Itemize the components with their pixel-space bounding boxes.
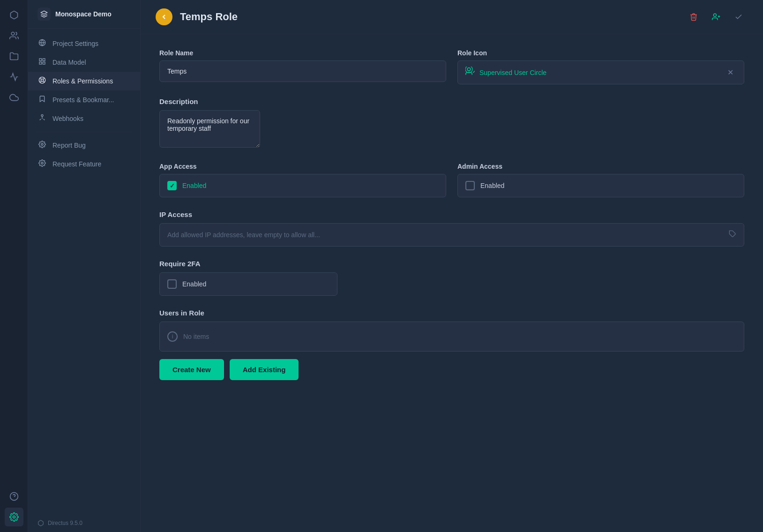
svg-point-21 (713, 14, 716, 16)
require-2fa-text: Enabled (182, 280, 206, 288)
sidebar-label-project-settings: Project Settings (52, 40, 98, 47)
form-row-access: App Access Enabled Admin Access Enabled (159, 163, 744, 197)
svg-line-14 (43, 81, 45, 82)
admin-access-group: Admin Access Enabled (457, 163, 744, 197)
description-label: Description (159, 97, 744, 105)
sidebar-item-data-model[interactable]: Data Model (28, 53, 140, 72)
rail-cube-icon[interactable] (5, 6, 23, 24)
action-buttons: Create New Add Existing (159, 359, 744, 380)
role-icon-clear-button[interactable]: ✕ (725, 67, 736, 78)
sidebar-label-roles-permissions: Roles & Permissions (52, 77, 113, 85)
sidebar-app-name: Monospace Demo (55, 10, 112, 18)
app-access-group: App Access Enabled (159, 163, 446, 197)
page-header: Temps Role (141, 0, 763, 34)
add-user-button[interactable] (707, 7, 726, 26)
require-2fa-field[interactable]: Enabled (159, 272, 337, 296)
create-new-button[interactable]: Create New (159, 359, 224, 380)
svg-rect-7 (39, 59, 42, 61)
sidebar-version: Directus 9.5.0 (37, 520, 131, 526)
require-2fa-section: Require 2FA Enabled (159, 260, 744, 296)
app-access-text: Enabled (182, 182, 206, 189)
ip-access-input[interactable] (167, 231, 724, 239)
svg-point-3 (13, 516, 15, 518)
ip-tag-icon (729, 230, 736, 240)
description-section: Description Readonly permission for our … (159, 97, 744, 150)
info-icon: i (167, 331, 178, 342)
sidebar-item-presets[interactable]: Presets & Bookmar... (28, 90, 140, 109)
data-model-icon (37, 58, 47, 67)
sidebar-label-webhooks: Webhooks (52, 115, 83, 122)
presets-icon (37, 95, 47, 105)
role-icon-label: Role Icon (457, 49, 744, 57)
role-name-input[interactable] (159, 60, 446, 82)
sidebar-footer: Directus 9.5.0 (28, 514, 140, 532)
sidebar-label-request-feature: Request Feature (52, 160, 101, 168)
svg-point-24 (467, 68, 471, 71)
users-in-role-section: Users in Role i No items Create New Add … (159, 309, 744, 380)
rail-analytics-icon[interactable] (5, 67, 23, 86)
page-title: Temps Role (180, 11, 677, 23)
version-text: Directus 9.5.0 (48, 520, 82, 526)
app-access-checkbox[interactable] (167, 181, 177, 190)
app-access-label: App Access (159, 163, 446, 170)
description-input[interactable]: Readonly permission for our temporary st… (159, 110, 260, 148)
sidebar-logo (37, 7, 51, 21)
back-button[interactable] (156, 8, 172, 25)
svg-point-17 (41, 114, 43, 116)
role-name-label: Role Name (159, 49, 446, 57)
sidebar-nav: Project Settings Data Model Roles & Perm… (28, 29, 140, 514)
sidebar-label-report-bug: Report Bug (52, 142, 86, 149)
admin-access-checkbox[interactable] (465, 181, 475, 190)
svg-rect-10 (39, 62, 42, 64)
users-empty-state: i No items (159, 322, 744, 352)
admin-access-text: Enabled (480, 182, 504, 189)
rail-folder-icon[interactable] (5, 47, 23, 66)
svg-line-16 (40, 81, 41, 82)
sidebar-item-webhooks[interactable]: Webhooks (28, 109, 140, 128)
svg-line-15 (43, 78, 45, 79)
icon-rail (0, 0, 28, 532)
sidebar-label-data-model: Data Model (52, 59, 86, 66)
delete-button[interactable] (684, 7, 703, 26)
rail-help-icon[interactable] (5, 487, 23, 506)
role-icon-field[interactable]: Supervised User Circle ✕ (457, 60, 744, 84)
add-existing-button[interactable]: Add Existing (230, 359, 299, 380)
admin-access-label: Admin Access (457, 163, 744, 170)
report-bug-icon (37, 141, 47, 150)
svg-point-19 (41, 143, 43, 145)
ip-access-field (159, 223, 744, 247)
users-empty-text: No items (183, 333, 209, 340)
project-settings-icon (37, 39, 47, 48)
svg-rect-9 (43, 62, 45, 64)
require-2fa-checkbox[interactable] (167, 279, 177, 289)
svg-point-12 (41, 79, 43, 81)
header-actions (684, 7, 748, 26)
request-feature-icon (37, 159, 47, 169)
admin-access-field[interactable]: Enabled (457, 174, 744, 197)
roles-icon (37, 76, 47, 86)
rail-cloud-icon[interactable] (5, 88, 23, 107)
sidebar-label-presets: Presets & Bookmar... (52, 96, 114, 104)
role-name-group: Role Name (159, 49, 446, 84)
sidebar-item-project-settings[interactable]: Project Settings (28, 34, 140, 53)
sidebar: Monospace Demo Project Settings Data Mod… (28, 0, 141, 532)
users-in-role-label: Users in Role (159, 309, 744, 317)
svg-rect-8 (43, 59, 45, 61)
role-icon-value: Supervised User Circle (479, 69, 720, 76)
sidebar-header: Monospace Demo (28, 0, 140, 29)
save-button[interactable] (729, 7, 748, 26)
svg-point-20 (41, 162, 43, 164)
role-icon-group: Role Icon Supervised User Circle ✕ (457, 49, 744, 84)
app-access-field[interactable]: Enabled (159, 174, 446, 197)
content-area: Role Name Role Icon Supervised User Circ… (141, 34, 763, 532)
rail-users-icon[interactable] (5, 26, 23, 45)
svg-marker-4 (41, 11, 47, 14)
rail-settings-icon[interactable] (5, 508, 23, 526)
sidebar-item-roles-permissions[interactable]: Roles & Permissions (28, 72, 140, 90)
svg-point-0 (11, 32, 15, 36)
svg-line-13 (40, 78, 41, 79)
main-content: Temps Role (141, 0, 763, 532)
sidebar-item-report-bug[interactable]: Report Bug (28, 136, 140, 155)
ip-access-section: IP Access (159, 210, 744, 247)
sidebar-item-request-feature[interactable]: Request Feature (28, 155, 140, 173)
